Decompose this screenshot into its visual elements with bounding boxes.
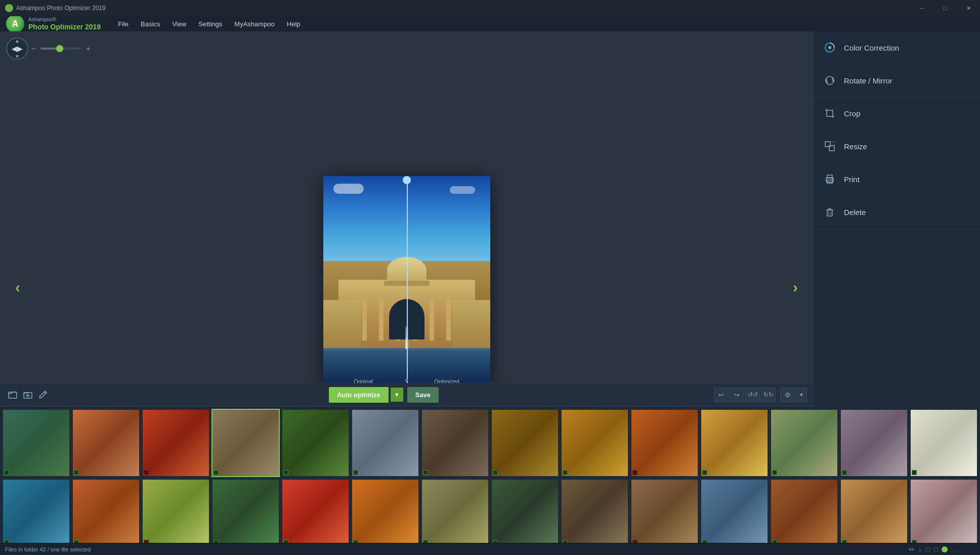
thumbnail-item[interactable]	[561, 409, 629, 477]
thumbnail-item[interactable]	[72, 479, 140, 543]
color-correction-icon	[823, 40, 837, 55]
thumbnail-item[interactable]	[700, 409, 769, 477]
thumb-image	[631, 480, 698, 543]
thumb-badge	[4, 470, 9, 475]
zoom-thumb[interactable]	[56, 45, 63, 52]
thumbnail-strip	[0, 406, 980, 543]
thumb-image	[73, 480, 139, 543]
status-icon1: ⇔	[909, 545, 914, 553]
window-controls: − □ ✕	[910, 0, 980, 16]
thumbnail-item[interactable]	[700, 479, 769, 543]
close-button[interactable]: ✕	[957, 0, 980, 16]
thumbnail-item[interactable]	[142, 409, 210, 477]
crop-item[interactable]: Crop	[814, 97, 980, 130]
thumbnail-item[interactable]	[211, 479, 280, 543]
thumbnail-item[interactable]	[72, 409, 140, 477]
thumb-image	[562, 410, 628, 476]
thumbnail-item[interactable]	[351, 479, 419, 543]
action-bar: ▼ Auto optimize ▼ Save ↩ ↪ ↺↺ ↻↻ ⚙ ▼	[0, 383, 813, 406]
thumbnail-item[interactable]	[421, 479, 489, 543]
thumbnail-item[interactable]	[630, 479, 699, 543]
thumbnail-item[interactable]	[142, 479, 210, 543]
thumb-image	[492, 480, 558, 543]
thumbnail-item[interactable]	[561, 479, 629, 543]
redo-all-button[interactable]: ↻↻	[761, 388, 776, 402]
thumbnail-item[interactable]	[910, 479, 978, 543]
svg-point-2	[826, 76, 834, 84]
menu-view[interactable]: View	[166, 16, 192, 31]
thumbnail-item[interactable]	[351, 409, 419, 477]
center-actions: ▼ Auto optimize ▼ Save	[54, 387, 714, 403]
thumb-badge	[423, 470, 428, 475]
svg-point-1	[828, 46, 831, 49]
next-image-button[interactable]: ›	[785, 272, 805, 303]
crop-label: Crop	[844, 109, 861, 118]
open-folder-button[interactable]	[21, 388, 34, 401]
restore-button[interactable]: □	[933, 0, 957, 16]
zoom-slider[interactable]	[40, 48, 81, 50]
auto-optimize-button[interactable]: Auto optimize	[329, 387, 389, 403]
undo2-button[interactable]: ↪	[730, 388, 744, 402]
thumbnail-item[interactable]	[630, 409, 699, 477]
zoom-controls: ▲ ◀▶ ▼ − +	[6, 37, 90, 60]
crop-icon	[823, 106, 837, 120]
thumbnail-item[interactable]	[211, 409, 280, 477]
undo-all-button[interactable]: ↺↺	[745, 388, 760, 402]
thumbnail-item[interactable]	[840, 479, 908, 543]
menu-file[interactable]: File	[112, 16, 135, 31]
open-file-button[interactable]	[6, 388, 19, 401]
prev-image-button[interactable]: ‹	[8, 272, 28, 303]
thumb-badge	[144, 470, 149, 475]
thumb-badge	[632, 470, 637, 475]
zoom-nav-button[interactable]: ▲ ◀▶ ▼	[6, 37, 28, 60]
thumb-badge	[702, 470, 707, 475]
thumb-image	[143, 410, 209, 476]
menu-basics[interactable]: Basics	[135, 16, 166, 31]
menu-help[interactable]: Help	[281, 16, 307, 31]
thumbnail-item[interactable]	[491, 479, 559, 543]
split-handle[interactable]	[403, 176, 411, 184]
color-correction-label: Color Correction	[844, 44, 899, 52]
print-item[interactable]: Print	[814, 163, 980, 196]
minimize-button[interactable]: −	[910, 0, 933, 16]
thumbnail-item[interactable]	[2, 479, 70, 543]
thumb-image	[841, 480, 907, 543]
thumbnail-item[interactable]	[281, 479, 350, 543]
thumbnail-item[interactable]	[491, 409, 559, 477]
thumb-badge	[842, 470, 847, 475]
settings-button[interactable]: ⚙	[780, 388, 795, 402]
menu-settings[interactable]: Settings	[192, 16, 228, 31]
resize-item[interactable]: Resize	[814, 130, 980, 163]
delete-label: Delete	[844, 208, 866, 217]
auto-optimize-dropdown[interactable]: ▼	[391, 388, 403, 402]
thumbnail-item[interactable]	[770, 479, 838, 543]
more-button[interactable]: ▼	[796, 388, 807, 402]
thumb-image	[352, 480, 418, 543]
status-indicator	[942, 546, 948, 552]
save-button[interactable]: Save	[407, 387, 439, 403]
nav-down-icon: ▼	[15, 54, 20, 59]
svg-rect-13	[827, 180, 832, 183]
menubar: A Ashampoo® Photo Optimizer 2019 File Ba…	[0, 16, 980, 31]
thumb-badge	[283, 470, 288, 475]
rotate-mirror-item[interactable]: Rotate / Mirror	[814, 64, 980, 97]
strip-expand-indicator: ▼	[404, 377, 409, 383]
brush-tool-button[interactable]	[36, 388, 50, 401]
thumb-badge	[74, 470, 79, 475]
menu-myashampoo[interactable]: MyAshampoo	[228, 16, 280, 31]
thumbnail-item[interactable]	[910, 409, 978, 477]
thumb-image	[422, 410, 488, 476]
color-correction-item[interactable]: Color Correction	[814, 31, 980, 64]
thumb-image	[73, 410, 139, 476]
titlebar: Ashampoo Photo Optimizer 2019 − □ ✕	[0, 0, 980, 16]
thumb-image	[701, 480, 768, 543]
resize-icon	[823, 139, 837, 153]
thumbnail-item[interactable]	[770, 409, 838, 477]
delete-item[interactable]: Delete	[814, 196, 980, 229]
thumbnail-item[interactable]	[2, 409, 70, 477]
thumbnail-item[interactable]	[421, 409, 489, 477]
strip-scroll-container[interactable]	[0, 407, 980, 543]
thumbnail-item[interactable]	[840, 409, 908, 477]
undo-button[interactable]: ↩	[714, 388, 729, 402]
thumbnail-item[interactable]	[281, 409, 350, 477]
